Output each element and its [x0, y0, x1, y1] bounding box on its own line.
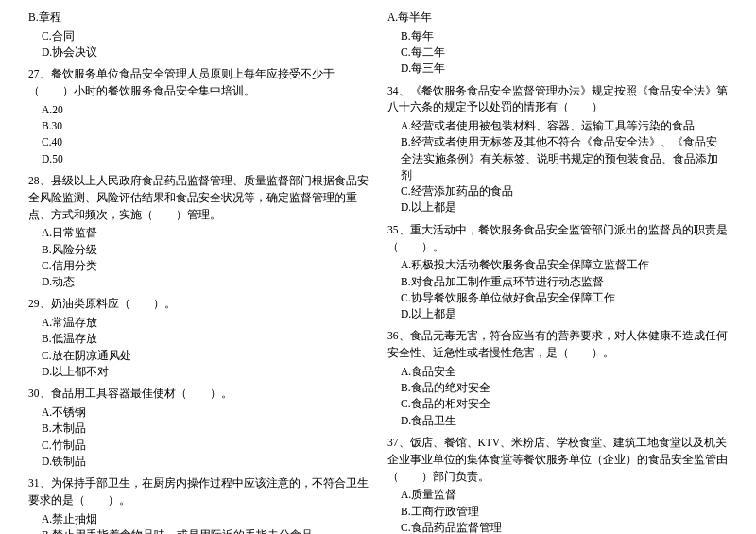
question-block-q37: 37、饭店、餐馆、KTV、米粉店、学校食堂、建筑工地食堂以及机关企业事业单位的集…	[387, 435, 728, 534]
question-text-q_a_half_year: A.每半年	[387, 9, 728, 26]
option-q37-1: A.质量监督	[387, 487, 728, 503]
option-q30-4: D.铁制品	[28, 454, 369, 470]
option-q27-3: C.40	[28, 134, 369, 150]
option-q29-1: A.常温存放	[28, 315, 369, 331]
option-q_b_charter-2: D.协会决议	[28, 44, 369, 60]
question-text-q29: 29、奶油类原料应（ ）。	[28, 296, 369, 313]
option-q36-3: C.食品的相对安全	[387, 396, 728, 412]
option-q34-1: A.经营或者使用被包装材料、容器、运输工具等污染的食品	[387, 118, 728, 134]
option-q30-2: B.木制品	[28, 421, 369, 437]
option-q28-3: C.信用分类	[28, 258, 369, 274]
question-text-q30: 30、食品用工具容器最佳使材（ ）。	[28, 386, 369, 403]
question-block-q27: 27、餐饮服务单位食品安全管理人员原则上每年应接受不少于（ ）小时的餐饮服务食品…	[28, 66, 369, 167]
question-block-q_a_half_year: A.每半年B.每年C.每二年D.每三年	[387, 9, 728, 78]
option-q28-1: A.日常监督	[28, 225, 369, 241]
option-q34-2: B.经营或者使用无标签及其他不符合《食品安全法》、《食品安全法实施条例》有关标签…	[387, 134, 728, 183]
question-text-q28: 28、县级以上人民政府食品药品监督管理、质量监督部门根据食品安全风险监测、风险评…	[28, 173, 369, 223]
question-text-q35: 35、重大活动中，餐饮服务食品安全监管部门派出的监督员的职责是（ ）。	[387, 222, 728, 256]
question-block-q36: 36、食品无毒无害，符合应当有的营养要求，对人体健康不造成任何安全性、近急性或者…	[387, 328, 728, 429]
option-q35-2: B.对食品加工制作重点环节进行动态监督	[387, 274, 728, 290]
option-q31-1: A.禁止抽烟	[28, 511, 369, 527]
question-block-q31: 31、为保持手部卫生，在厨房内操作过程中应该注意的，不符合卫生要求的是（ ）。A…	[28, 475, 369, 534]
option-q36-4: D.食品卫生	[387, 413, 728, 429]
question-block-q28: 28、县级以上人民政府食品药品监督管理、质量监督部门根据食品安全风险监测、风险评…	[28, 173, 369, 290]
option-q_a_half_year-2: C.每二年	[387, 44, 728, 60]
option-q27-1: A.20	[28, 102, 369, 118]
option-q27-4: D.50	[28, 151, 369, 167]
option-q29-3: C.放在阴凉通风处	[28, 348, 369, 364]
question-block-q30: 30、食品用工具容器最佳使材（ ）。A.不锈钢B.木制品C.竹制品D.铁制品	[28, 386, 369, 470]
left-column: B.章程C.合同D.协会决议27、餐饮服务单位食品安全管理人员原则上每年应接受不…	[28, 9, 369, 534]
option-q34-4: D.以上都是	[387, 199, 728, 215]
option-q28-2: B.风险分级	[28, 242, 369, 258]
question-block-q_b_charter: B.章程C.合同D.协会决议	[28, 9, 369, 60]
option-q28-4: D.动态	[28, 274, 369, 290]
option-q36-1: A.食品安全	[387, 364, 728, 380]
question-text-q37: 37、饭店、餐馆、KTV、米粉店、学校食堂、建筑工地食堂以及机关企业事业单位的集…	[387, 435, 728, 485]
option-q29-4: D.以上都不对	[28, 364, 369, 380]
option-q_a_half_year-3: D.每三年	[387, 60, 728, 77]
option-q37-3: C.食品药品监督管理	[387, 520, 728, 534]
option-q30-3: C.竹制品	[28, 438, 369, 454]
question-text-q_b_charter: B.章程	[28, 9, 369, 26]
question-block-q35: 35、重大活动中，餐饮服务食品安全监管部门派出的监督员的职责是（ ）。A.积极投…	[387, 222, 728, 323]
right-column: A.每半年B.每年C.每二年D.每三年34、《餐饮服务食品安全监督管理办法》规定…	[387, 9, 728, 534]
option-q30-1: A.不锈钢	[28, 405, 369, 421]
page-content: B.章程C.合同D.协会决议27、餐饮服务单位食品安全管理人员原则上每年应接受不…	[28, 9, 728, 534]
question-text-q36: 36、食品无毒无害，符合应当有的营养要求，对人体健康不造成任何安全性、近急性或者…	[387, 328, 728, 362]
option-q_a_half_year-1: B.每年	[387, 28, 728, 44]
option-q36-2: B.食品的绝对安全	[387, 380, 728, 396]
option-q35-3: C.协导餐饮服务单位做好食品安全保障工作	[387, 290, 728, 306]
option-q27-2: B.30	[28, 118, 369, 134]
option-q31-2: B.禁止用手指着食物品味，或是用际近的手指去分食品	[28, 527, 369, 534]
option-q29-2: B.低温存放	[28, 331, 369, 347]
option-q35-1: A.积极投大活动餐饮服务食品安全保障立监督工作	[387, 257, 728, 273]
option-q37-2: B.工商行政管理	[387, 504, 728, 520]
option-q_b_charter-1: C.合同	[28, 28, 369, 44]
option-q35-4: D.以上都是	[387, 306, 728, 322]
option-q34-3: C.经营添加药品的食品	[387, 183, 728, 199]
question-block-q34: 34、《餐饮服务食品安全监督管理办法》规定按照《食品安全法》第八十六条的规定予以…	[387, 83, 728, 216]
question-text-q34: 34、《餐饮服务食品安全监督管理办法》规定按照《食品安全法》第八十六条的规定予以…	[387, 83, 728, 117]
question-text-q27: 27、餐饮服务单位食品安全管理人员原则上每年应接受不少于（ ）小时的餐饮服务食品…	[28, 66, 369, 100]
question-text-q31: 31、为保持手部卫生，在厨房内操作过程中应该注意的，不符合卫生要求的是（ ）。	[28, 475, 369, 509]
question-block-q29: 29、奶油类原料应（ ）。A.常温存放B.低温存放C.放在阴凉通风处D.以上都不…	[28, 296, 369, 380]
